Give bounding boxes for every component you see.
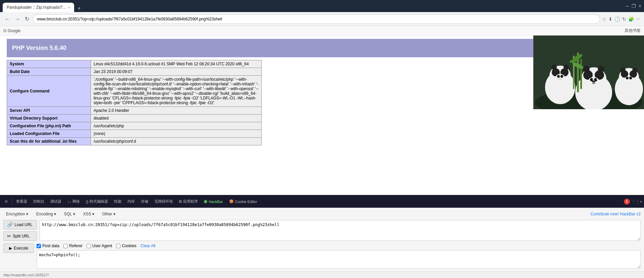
bookmark-star-icon[interactable]: ☆	[602, 16, 606, 22]
bookmark-google[interactable]: G Google	[3, 28, 20, 33]
address-input[interactable]	[33, 14, 600, 24]
post-data-checkbox[interactable]	[37, 244, 41, 248]
execute-icon: ▶	[9, 246, 12, 251]
window-controls: ─ ❐ ×	[626, 3, 641, 9]
extensions-icon[interactable]: 🧩	[628, 16, 634, 22]
user-agent-label: User Agent	[92, 244, 112, 248]
devtools-tab-storage[interactable]: 存储	[138, 198, 151, 205]
cookies-checkbox-label[interactable]: Cookies	[116, 244, 136, 248]
svg-point-21	[592, 81, 595, 83]
sql-menu-btn[interactable]: SQL ▾	[61, 211, 78, 217]
forward-btn[interactable]: →	[13, 15, 21, 23]
devtools-tab-memory[interactable]: 内存	[125, 198, 138, 205]
restore-btn[interactable]: ❐	[632, 3, 636, 9]
svg-point-10	[551, 65, 557, 70]
devtools-tab-network[interactable]: ↑↓ 网络	[65, 198, 83, 205]
svg-point-28	[625, 76, 633, 82]
php-info-table: SystemLinux d4c5132dd41d 4.19.0-6.ucloud…	[7, 60, 262, 145]
tab-close-btn[interactable]: ×	[68, 5, 70, 9]
hackbar-menu-bar: Encryption ▾ Encoding ▾ SQL ▾ XSS ▾ Othe…	[3, 211, 641, 217]
load-icon: 🔗	[7, 222, 13, 227]
devtools-close-btn[interactable]: ×	[640, 200, 642, 204]
post-data-checkbox-label[interactable]: Post data	[37, 244, 59, 248]
post-data-textarea[interactable]	[37, 250, 641, 269]
back-btn[interactable]: ←	[3, 15, 11, 23]
xss-chevron-icon: ▾	[92, 212, 94, 216]
devtools-more-btn[interactable]: ⋯	[632, 199, 636, 204]
minimize-btn[interactable]: ─	[626, 3, 629, 9]
split-url-btn[interactable]: ✂ Split URL	[3, 231, 37, 241]
table-cell-key: Build Date	[7, 68, 91, 76]
devtools-tab-hackbar[interactable]: HackBar	[201, 198, 225, 205]
network-label: 网络	[72, 199, 80, 204]
table-cell-key: Configure Command	[7, 76, 91, 107]
sync-icon[interactable]: ↻	[622, 16, 626, 22]
tab-bar: Panduploader :: Zip://uploads/7... × +	[3, 0, 83, 12]
devtools-tab-cursor[interactable]: ⊙	[2, 198, 10, 205]
bookmark-other[interactable]: 其他书签	[625, 28, 641, 33]
cookie-icon: 🍪	[229, 199, 234, 204]
table-cell-value: /usr/local/etc/php	[91, 122, 262, 130]
memory-label: 内存	[127, 199, 135, 204]
load-url-btn[interactable]: 🔗 Load URL	[3, 220, 37, 229]
active-tab[interactable]: Panduploader :: Zip://uploads/7... ×	[3, 3, 74, 12]
execute-btn[interactable]: ▶ Execute	[3, 244, 34, 253]
download-icon[interactable]: ⬇	[608, 16, 612, 22]
cookies-checkbox[interactable]	[116, 244, 120, 248]
table-row: Virtual Directory Supportdisabled	[7, 115, 262, 122]
clear-all-btn[interactable]: Clear All	[141, 244, 156, 248]
devtools-tab-cookie[interactable]: 🍪 Cookie Editor	[226, 198, 260, 205]
refresh-btn[interactable]: ↻	[23, 15, 31, 23]
devtools-tab-viewer[interactable]: 查看器	[13, 198, 30, 205]
encryption-menu-btn[interactable]: Encryption ▾	[3, 211, 31, 217]
other-chevron-icon: ▾	[113, 212, 115, 216]
devtools-right-controls: 1 ⋯ ×	[624, 199, 642, 205]
table-row: Scan this dir for additional .ini files/…	[7, 138, 262, 145]
load-url-label: Load URL	[14, 222, 33, 227]
encoding-menu-btn[interactable]: Encoding ▾	[34, 211, 59, 217]
devtools-tab-app[interactable]: ⊞ 应用程序	[176, 198, 201, 205]
other-menu-btn[interactable]: Other ▾	[100, 211, 118, 217]
table-cell-value: './configure' '--build=x86_64-linux-gnu'…	[91, 76, 262, 107]
xss-label: XSS	[83, 212, 91, 216]
table-cell-value: disabled	[91, 115, 262, 122]
encoding-label: Encoding	[36, 212, 53, 216]
user-agent-checkbox[interactable]	[87, 244, 91, 248]
encoding-chevron-icon: ▾	[54, 212, 56, 216]
content-area: PHP Version 5.6.40 php SystemLinux d4c51…	[0, 36, 644, 195]
table-cell-key: System	[7, 60, 91, 68]
svg-point-19	[592, 79, 594, 80]
svg-point-11	[564, 65, 569, 70]
address-bar: ← → ↻ ☆ ⬇ 🕐 ↻ 🧩 ⋯	[0, 12, 644, 26]
other-label: Other	[102, 212, 112, 216]
settings-icon[interactable]: ⋯	[636, 16, 641, 22]
xss-menu-btn[interactable]: XSS ▾	[80, 211, 97, 217]
user-agent-checkbox-label[interactable]: User Agent	[87, 244, 112, 248]
referer-checkbox[interactable]	[63, 244, 68, 248]
devtools-tab-accessibility[interactable]: 无障碍环境	[152, 198, 175, 205]
devtools-tab-debugger[interactable]: 调试器	[48, 198, 64, 205]
svg-point-20	[596, 79, 598, 80]
hackbar-dot-icon	[204, 200, 207, 203]
table-cell-key: Scan this dir for additional .ini files	[7, 138, 91, 145]
devtools-tab-performance[interactable]: 性能	[111, 198, 124, 205]
cookie-label: Cookie Editor	[235, 200, 257, 204]
sql-chevron-icon: ▾	[73, 212, 75, 216]
svg-point-8	[560, 75, 563, 78]
table-cell-value: Linux d4c5132dd41d 4.19.0-6.ucloud #1 SM…	[91, 60, 262, 68]
svg-point-7	[557, 75, 560, 78]
devtools-bar: ⊙ 查看器 控制台 调试器 ↑↓ 网络 {} 样式编辑器 性能 内存 存储 无障…	[0, 195, 644, 208]
devtools-tab-style-editor[interactable]: {} 样式编辑器	[83, 198, 111, 205]
encryption-label: Encryption	[6, 212, 25, 216]
new-tab-btn[interactable]: +	[75, 5, 83, 12]
referer-checkbox-label[interactable]: Referer	[63, 244, 83, 248]
contribute-text: Contribute now! HackBar v2	[591, 212, 641, 216]
devtools-tab-console[interactable]: 控制台	[31, 198, 47, 205]
close-btn[interactable]: ×	[639, 3, 641, 9]
url-textarea[interactable]	[40, 220, 641, 241]
address-icons: ☆ ⬇ 🕐 ↻ 🧩 ⋯	[602, 16, 641, 22]
style-label: 样式编辑器	[90, 199, 108, 204]
svg-rect-34	[580, 59, 582, 89]
history-icon[interactable]: 🕐	[614, 16, 620, 22]
accessibility-label: 无障碍环境	[154, 199, 173, 204]
